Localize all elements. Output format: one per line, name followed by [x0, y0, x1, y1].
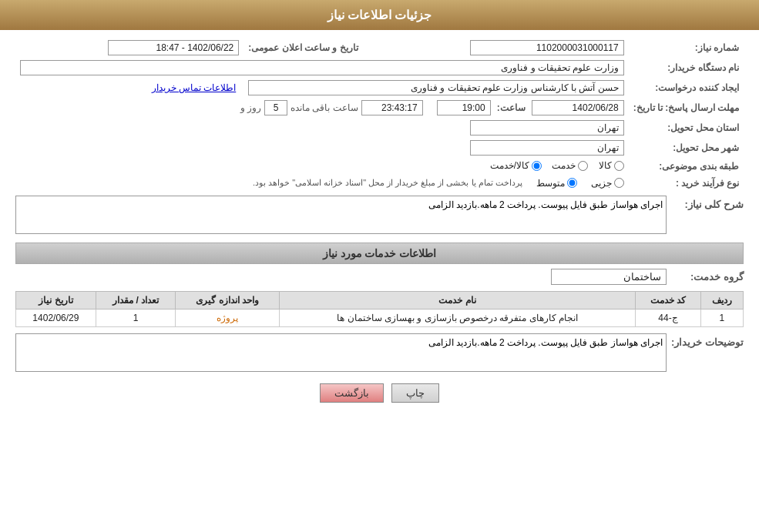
- service-group-value: ساختمان: [551, 269, 667, 285]
- type-partial-option[interactable]: جزیی: [591, 178, 624, 189]
- deadline-date: 1402/06/28: [532, 100, 624, 115]
- province-label: استان محل تحویل:: [629, 118, 744, 138]
- city-label: شهر محل تحویل:: [629, 138, 744, 158]
- purchase-type-label: نوع فرآیند خرید :: [629, 176, 744, 191]
- deadline-days: 5: [264, 100, 287, 115]
- col-unit: واحد اندازه گیری: [176, 291, 279, 309]
- main-content: شماره نیاز: 1102000031000117 تاریخ و ساع…: [0, 30, 759, 420]
- category-service-radio[interactable]: [578, 161, 588, 171]
- buyer-org-value: وزارت علوم تحقیقات و فناوری: [20, 60, 624, 75]
- category-label: طبقه بندی موضوعی:: [629, 158, 744, 176]
- col-service-name: نام خدمت: [279, 291, 635, 309]
- announce-date-value: 1402/06/22 - 18:47: [108, 40, 239, 55]
- creator-value: حسن آتش با کارشناس وزارت علوم تحقیقات و …: [248, 80, 623, 95]
- type-medium-label: متوسط: [536, 178, 565, 189]
- type-medium-radio[interactable]: [567, 178, 577, 188]
- deadline-row: 1402/06/28 ساعت: 19:00 23:43:17 ساعت باق…: [20, 100, 624, 115]
- purchase-type-note: پرداخت تمام یا بخشی از مبلغ خریدار از مح…: [253, 178, 522, 188]
- top-info-table: شماره نیاز: 1102000031000117 تاریخ و ساع…: [15, 38, 744, 191]
- category-service-label: خدمت: [552, 160, 576, 171]
- type-medium-option[interactable]: متوسط: [536, 178, 577, 189]
- deadline-label: مهلت ارسال پاسخ: تا تاریخ:: [629, 98, 744, 118]
- category-goods-service-radio[interactable]: [532, 161, 542, 171]
- type-partial-radio[interactable]: [614, 178, 624, 188]
- need-desc-textarea[interactable]: اجرای هواساز طبق فایل پیوست. پرداخت 2 ما…: [15, 196, 667, 234]
- buyer-notes-textarea[interactable]: اجرای هواساز طبق فایل پیوست. پرداخت 2 ما…: [15, 333, 667, 372]
- category-goods-radio[interactable]: [614, 161, 624, 171]
- remaining-time: 23:43:17: [361, 100, 423, 115]
- remaining-box: 23:43:17 ساعت باقی مانده 5 روز و: [240, 100, 423, 115]
- button-row: چاپ بازگشت: [15, 383, 744, 403]
- contact-link[interactable]: اطلاعات تماس خریدار: [152, 82, 237, 93]
- city-value: تهران: [470, 140, 624, 156]
- page-title: جزئیات اطلاعات نیاز: [327, 8, 432, 22]
- buyer-notes-section: توضیحات خریدار: اجرای هواساز طبق فایل پی…: [15, 333, 744, 374]
- service-group-label: گروه خدمت:: [667, 271, 744, 283]
- page-wrapper: جزئیات اطلاعات نیاز شماره نیاز: 11020000…: [0, 0, 759, 532]
- col-quantity: تعداد / مقدار: [96, 291, 176, 309]
- announce-date-label: تاریخ و ساعت اعلان عمومی:: [243, 38, 362, 58]
- type-partial-label: جزیی: [591, 178, 612, 189]
- category-goods-service-option[interactable]: کالا/خدمت: [490, 160, 542, 171]
- deadline-time-label: ساعت:: [497, 102, 526, 113]
- col-row-num: ردیف: [700, 291, 743, 309]
- col-service-code: کد خدمت: [636, 291, 700, 309]
- print-button[interactable]: چاپ: [391, 383, 439, 403]
- service-group-row: گروه خدمت: ساختمان: [15, 269, 744, 285]
- category-goods-label: کالا: [599, 160, 612, 171]
- purchase-type-row: جزیی متوسط پرداخت تمام یا بخشی از مبلغ خ…: [20, 178, 624, 189]
- need-number-value: 1102000031000117: [470, 40, 624, 55]
- services-table: ردیف کد خدمت نام خدمت واحد اندازه گیری ت…: [15, 291, 744, 327]
- buyer-notes-label: توضیحات خریدار:: [667, 333, 744, 348]
- need-desc-label: شرح کلی نیاز:: [667, 196, 744, 210]
- need-number-label: شماره نیاز:: [629, 38, 744, 58]
- category-goods-service-label: کالا/خدمت: [490, 160, 529, 171]
- buyer-org-label: نام دستگاه خریدار:: [629, 58, 744, 78]
- need-desc-section: شرح کلی نیاز: اجرای هواساز طبق فایل پیوس…: [15, 196, 744, 236]
- back-button[interactable]: بازگشت: [320, 383, 384, 403]
- category-goods-option[interactable]: کالا: [599, 160, 624, 171]
- remaining-label: ساعت باقی مانده: [291, 102, 358, 113]
- province-value: تهران: [470, 120, 624, 136]
- category-service-option[interactable]: خدمت: [552, 160, 588, 171]
- deadline-time: 19:00: [437, 100, 491, 115]
- col-date: تاریخ نیاز: [16, 291, 96, 309]
- services-section-title: اطلاعات خدمات مورد نیاز: [15, 243, 744, 264]
- table-row: 1ج-44انجام کارهای متفرقه درخصوص بازسازی …: [16, 309, 744, 326]
- deadline-days-label: روز و: [240, 102, 261, 113]
- creator-label: ایجاد کننده درخواست:: [629, 78, 744, 98]
- page-header: جزئیات اطلاعات نیاز: [0, 0, 759, 30]
